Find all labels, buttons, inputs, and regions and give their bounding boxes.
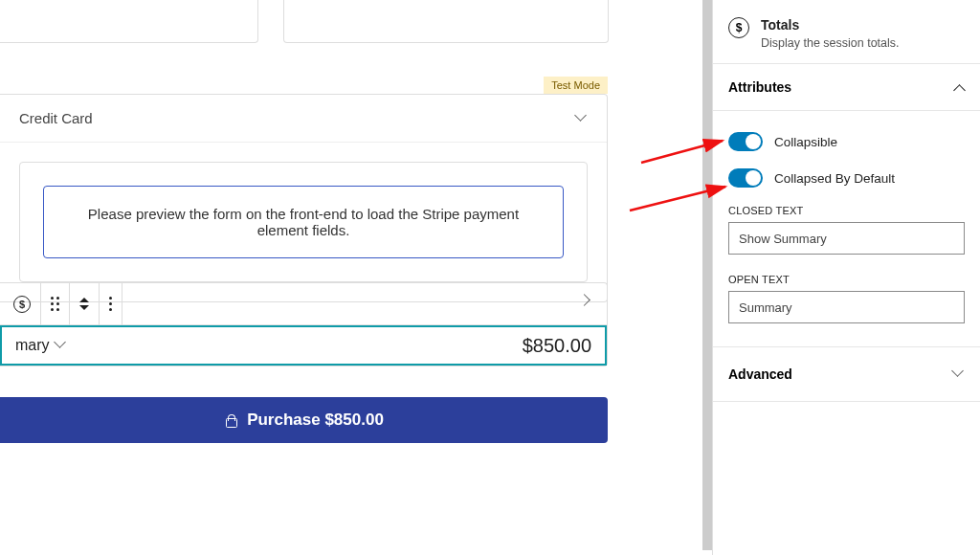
scrollbar-track[interactable] — [702, 0, 712, 550]
block-description: Display the session totals. — [761, 36, 900, 50]
advanced-panel-header[interactable]: Advanced — [713, 347, 980, 402]
block-description-section: $ Totals Display the session totals. — [713, 0, 980, 64]
stripe-preview-placeholder: Please preview the form on the front-end… — [19, 162, 588, 282]
more-options-button[interactable] — [100, 283, 122, 325]
block-name: Totals — [761, 17, 900, 33]
credit-card-label: Credit Card — [19, 110, 93, 126]
purchase-button-label: Purchase $850.00 — [247, 411, 384, 430]
collapsible-toggle-label: Collapsible — [774, 135, 837, 149]
editor-canvas: Test Mode Credit Card Please preview the… — [0, 0, 703, 555]
drag-icon — [51, 297, 59, 311]
closed-text-label: CLOSED TEXT — [728, 205, 965, 216]
block-toolbar: $ — [0, 283, 607, 325]
collapsed-default-toggle-row: Collapsed By Default — [728, 168, 965, 188]
block-inspector-sidebar: $ Totals Display the session totals. Att… — [712, 0, 980, 555]
payment-method-block[interactable]: Credit Card Please preview the form on t… — [0, 94, 608, 302]
chevron-down-icon — [56, 340, 67, 351]
collapsible-toggle[interactable] — [728, 132, 763, 151]
attributes-label: Attributes — [728, 79, 791, 95]
closed-text-input[interactable] — [728, 222, 965, 255]
chevron-down-icon — [576, 113, 588, 124]
credit-card-accordion-header[interactable]: Credit Card — [0, 95, 607, 143]
field-placeholder-card — [283, 0, 609, 43]
total-amount: $850.00 — [523, 335, 591, 357]
collapsed-default-toggle[interactable] — [728, 168, 763, 188]
open-text-input[interactable] — [728, 291, 965, 323]
dollar-icon: $ — [13, 296, 31, 313]
open-text-label: OPEN TEXT — [728, 274, 965, 285]
field-placeholder-card — [0, 0, 258, 43]
dollar-icon: $ — [728, 17, 749, 38]
expand-chevron[interactable] — [565, 296, 607, 313]
collapsed-default-toggle-label: Collapsed By Default — [774, 171, 895, 186]
move-up-down-icon — [79, 298, 89, 310]
chevron-right-icon — [580, 298, 591, 309]
advanced-label: Advanced — [728, 366, 792, 382]
kebab-icon — [109, 297, 112, 311]
lock-icon — [224, 413, 237, 427]
summary-label: mary — [15, 337, 50, 354]
purchase-button[interactable]: Purchase $850.00 — [0, 397, 608, 443]
chevron-up-icon — [955, 82, 965, 92]
drag-handle[interactable] — [41, 283, 70, 325]
chevron-down-icon — [953, 368, 965, 380]
mover-buttons[interactable] — [70, 283, 100, 325]
summary-collapsible-row[interactable]: mary $850.00 — [0, 325, 607, 366]
attributes-panel-header[interactable]: Attributes — [713, 64, 980, 111]
totals-block[interactable]: $ mary $850.00 — [0, 282, 608, 366]
stripe-preview-message: Please preview the form on the front-end… — [43, 186, 564, 258]
test-mode-badge: Test Mode — [544, 77, 608, 94]
attributes-panel-body: Collapsible Collapsed By Default CLOSED … — [713, 111, 980, 347]
collapsible-toggle-row: Collapsible — [728, 132, 965, 151]
block-type-button[interactable]: $ — [0, 283, 41, 325]
